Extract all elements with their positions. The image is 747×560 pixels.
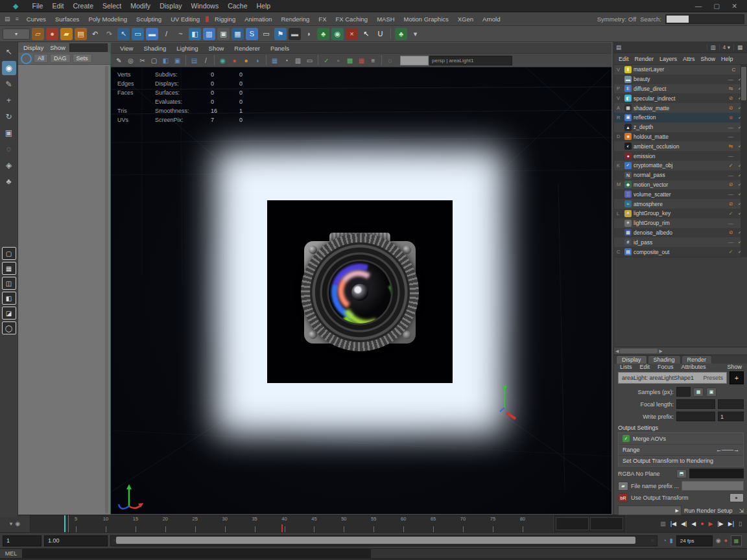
layer-row[interactable]: ◐ambient_occlusion⇆✓ [614, 141, 747, 151]
layer-menu-attrs[interactable]: Attrs [680, 56, 698, 62]
extrude-icon[interactable]: ▬ [289, 28, 301, 40]
menu-item-create[interactable]: Create [68, 2, 98, 10]
outliner-menu-show[interactable]: Show [47, 44, 68, 51]
camera-select-dropdown[interactable] [400, 56, 429, 65]
layout-single-pane[interactable]: ▢ [2, 247, 16, 260]
file-prefix-field[interactable] [682, 481, 744, 491]
layer-visibility-tag[interactable]: A [617, 105, 622, 111]
layout-four-pane[interactable]: ▦ [2, 262, 16, 275]
layer-visibility-tag[interactable]: P [617, 86, 622, 91]
layer-status-badge[interactable]: ⊘ [726, 201, 736, 207]
aa-icon[interactable]: ▥ [292, 55, 303, 65]
scale-tool-icon[interactable]: ▣ [2, 126, 16, 140]
shelf-tab-rendering[interactable]: Rendering [277, 16, 314, 23]
rotate-tool-icon[interactable]: ↻ [2, 110, 16, 124]
animation-prefs-icon[interactable]: ▯ [737, 520, 743, 527]
shelf-tab-fx[interactable]: FX [314, 16, 331, 23]
command-input[interactable] [22, 549, 371, 558]
target-weld-icon[interactable]: ▣ [217, 28, 230, 40]
timeline-key-icon[interactable]: ◉ [15, 520, 20, 527]
camera-attrs-icon[interactable]: ✂ [137, 55, 148, 65]
layer-row[interactable]: ▬beauty—✓ [614, 75, 747, 84]
attribute-tab-render[interactable]: Render [682, 355, 713, 364]
layer-status-badge[interactable]: ✓ [726, 163, 736, 169]
layer-menu-help[interactable]: Help [718, 56, 736, 62]
play-forwards-button[interactable]: ▶ [707, 520, 715, 527]
xray-icon[interactable]: ▫ [333, 55, 344, 65]
layer-status-badge[interactable]: C [728, 67, 739, 73]
viewport-menu-view[interactable]: View [115, 45, 138, 52]
isolate-select-icon[interactable]: ✓ [321, 55, 332, 65]
viewport-canvas[interactable]: VertsSubdivs:00EdgesDisplays:00FacesSurf… [111, 67, 611, 514]
range-right-handle[interactable]: ▶ [651, 537, 655, 543]
reference-editor-icon[interactable]: ▤ [75, 28, 87, 40]
layer-list-scrollbar[interactable] [741, 66, 747, 101]
layer-row[interactable]: V▮masterLayerC↻ [614, 65, 747, 75]
layer-status-badge[interactable]: — [726, 191, 736, 197]
shadows-icon[interactable]: ▦ [269, 55, 280, 65]
textured-icon[interactable]: ● [241, 55, 252, 65]
write-prefix-value-field[interactable]: 1 [718, 412, 744, 421]
collapse-panel-icon[interactable]: ▥ [707, 44, 719, 51]
command-language-toggle[interactable]: MEL [0, 549, 22, 558]
shelf-menu-dropdown[interactable]: ▾ [3, 29, 30, 40]
camera-name-field[interactable]: persp | areaLight1 [429, 56, 512, 65]
layer-status-badge[interactable]: ⊗ [726, 115, 736, 121]
outliner-filter-dag[interactable]: DAG [50, 54, 71, 63]
redo-icon[interactable]: ↷ [103, 28, 115, 40]
bevel-icon[interactable]: ▦ [231, 28, 244, 40]
range-bar[interactable]: ◀ ▶ [110, 535, 658, 546]
file-prefix-icon[interactable]: ▰ [618, 482, 628, 491]
layer-status-badge[interactable]: — [726, 220, 736, 226]
lighting-icon[interactable]: ◗ [252, 55, 263, 65]
playback-speed-icon[interactable]: ▮ [670, 537, 673, 544]
fps-field[interactable]: 24 fps [676, 535, 713, 546]
shelf-tab-mash[interactable]: MASH [372, 16, 399, 23]
quad-draw-icon[interactable]: ◧ [189, 28, 201, 40]
layer-visibility-tag[interactable]: C [617, 249, 622, 255]
go-to-start-button[interactable]: |◀ [669, 520, 678, 527]
playback-options-icon[interactable]: ▥ [659, 520, 667, 527]
timeline-ticks[interactable]: 5101520253035404550556065707580 [30, 515, 553, 532]
move-tool-icon[interactable]: + [2, 93, 16, 108]
viewport-menu-shading[interactable]: Shading [138, 45, 171, 52]
outliner-target-icon[interactable] [21, 53, 32, 64]
layer-menu-show[interactable]: Show [698, 56, 718, 62]
layer-status-badge[interactable]: ⊘ [726, 181, 736, 187]
outliner-filter-sets[interactable]: Sets [73, 54, 92, 63]
soft-select-icon[interactable]: ▬ [146, 28, 158, 40]
ep-curve-icon[interactable]: ~ [174, 28, 187, 40]
write-prefix-field[interactable] [676, 412, 715, 421]
paint-select-tool-icon[interactable]: ✎ [2, 77, 16, 91]
image-plane-icon[interactable]: ◧ [160, 55, 171, 65]
menu-item-edit[interactable]: Edit [47, 2, 68, 10]
shelf-tab-animation[interactable]: Animation [240, 16, 276, 23]
lasso-select-tool-icon[interactable]: ◉ [2, 61, 16, 75]
go-to-end-button[interactable]: ▶| [727, 520, 735, 527]
layout-persp-outliner[interactable]: ◧ [2, 292, 16, 305]
shelf-tab-rigging[interactable]: Rigging [210, 16, 240, 23]
play-backwards-button[interactable]: ◀ [690, 520, 697, 527]
layer-row[interactable]: D■holdout_matte— [614, 132, 747, 142]
layer-status-badge[interactable]: ⇆ [726, 143, 736, 149]
menu-item-file[interactable]: File [27, 2, 47, 10]
motion-path-icon[interactable]: × [346, 28, 358, 40]
shelf-tab-fx-caching[interactable]: FX Caching [331, 16, 372, 23]
greasepencil-icon[interactable]: ▩ [344, 55, 355, 65]
curve-icon[interactable]: ◌ [385, 55, 396, 65]
save-scene-icon[interactable]: ▰ [60, 28, 73, 40]
lock-camera-icon[interactable]: ◎ [125, 55, 136, 65]
panel-mode-icon[interactable]: ▦ [733, 44, 746, 51]
layer-row[interactable]: ▲z_depth—✓ [614, 122, 747, 132]
menu-item-select[interactable]: Select [98, 2, 126, 10]
symmetry-label[interactable]: Symmetry: Off [597, 16, 637, 23]
attr-menu-focus[interactable]: Focus [654, 364, 677, 370]
outliner-search-input[interactable] [69, 43, 108, 52]
attr-menu-edit[interactable]: Edit [637, 364, 654, 370]
layer-panel-icon[interactable]: ▤ [616, 44, 621, 51]
menu-item-windows[interactable]: Windows [187, 2, 224, 10]
minimize-icon[interactable]: — [689, 2, 708, 10]
run-render-setup-label[interactable]: Run Render Setup [684, 508, 733, 514]
add-attribute-button[interactable]: + [729, 371, 744, 384]
current-frame-indicator[interactable] [64, 515, 69, 532]
